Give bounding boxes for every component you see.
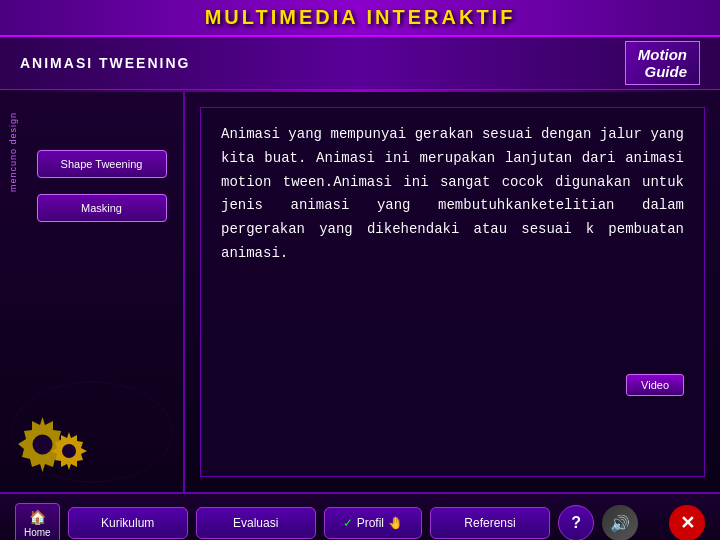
close-button[interactable]: ✕: [669, 505, 705, 540]
shape-tweening-button[interactable]: Shape Tweening: [37, 150, 167, 178]
motion-text-line1: Motion: [638, 46, 687, 63]
svg-point-5: [62, 444, 76, 458]
motion-text-line2: Guide: [638, 63, 687, 80]
home-button[interactable]: 🏠 Home: [15, 503, 60, 541]
gears-decoration: [15, 412, 95, 477]
profil-label: Profil: [357, 516, 384, 530]
sidebar-label: mencuno design: [8, 112, 18, 192]
kurikulum-button[interactable]: Kurikulum: [68, 507, 188, 539]
main-layout: mencuno design Shape Tweening Masking: [0, 92, 720, 492]
bottom-nav: 🏠 Home Kurikulum Evaluasi ✓ Profil 🤚 Ref…: [0, 492, 720, 540]
motion-guide-box: Motion Guide: [625, 41, 700, 85]
hand-icon: 🤚: [388, 516, 403, 530]
close-icon: ✕: [680, 512, 695, 534]
masking-button[interactable]: Masking: [37, 194, 167, 222]
top-header: MULTIMEDIA INTERAKTIF: [0, 0, 720, 37]
speaker-button[interactable]: 🔊: [602, 505, 638, 540]
content-area: Animasi yang mempunyai gerakan sesuai de…: [185, 92, 720, 492]
referensi-button[interactable]: Referensi: [430, 507, 550, 539]
profil-button[interactable]: ✓ Profil 🤚: [324, 507, 422, 539]
question-button[interactable]: ?: [558, 505, 594, 540]
checkmark-icon: ✓: [343, 516, 353, 530]
video-button[interactable]: Video: [626, 374, 684, 396]
left-sidebar: mencuno design Shape Tweening Masking: [0, 92, 185, 492]
sub-title: ANIMASI TWEENING: [20, 55, 190, 71]
question-label: ?: [571, 514, 581, 532]
home-icon: 🏠: [29, 509, 46, 525]
top-title: MULTIMEDIA INTERAKTIF: [205, 6, 516, 28]
sub-header: ANIMASI TWEENING Motion Guide: [0, 37, 720, 90]
content-box: Animasi yang mempunyai gerakan sesuai de…: [200, 107, 705, 477]
content-text: Animasi yang mempunyai gerakan sesuai de…: [221, 123, 684, 266]
home-label: Home: [24, 527, 51, 538]
speaker-icon: 🔊: [610, 514, 630, 533]
evaluasi-button[interactable]: Evaluasi: [196, 507, 316, 539]
